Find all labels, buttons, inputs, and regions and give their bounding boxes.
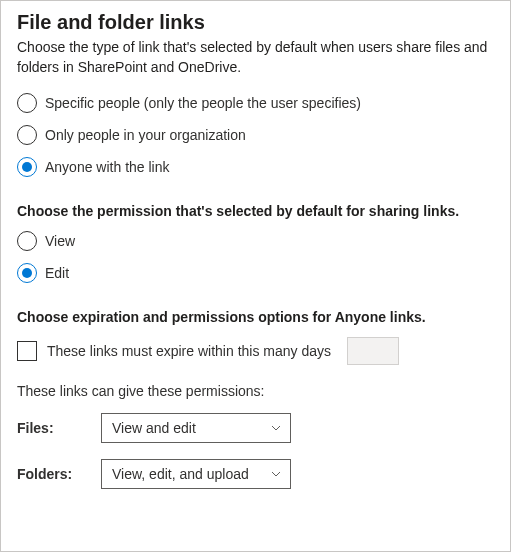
radio-icon	[17, 125, 37, 145]
expire-row: These links must expire within this many…	[17, 337, 494, 365]
radio-view[interactable]: View	[17, 231, 494, 251]
radio-anyone[interactable]: Anyone with the link	[17, 157, 494, 177]
link-type-radio-group: Specific people (only the people the use…	[17, 93, 494, 177]
permission-radio-group: View Edit	[17, 231, 494, 283]
files-dropdown-value: View and edit	[112, 420, 196, 436]
radio-icon	[17, 263, 37, 283]
radio-specific-people[interactable]: Specific people (only the people the use…	[17, 93, 494, 113]
expire-days-input[interactable]	[347, 337, 399, 365]
permissions-text: These links can give these permissions:	[17, 383, 494, 399]
folders-dropdown[interactable]: View, edit, and upload	[101, 459, 291, 489]
page-title: File and folder links	[17, 11, 494, 34]
radio-label: View	[45, 233, 75, 249]
expiration-heading: Choose expiration and permissions option…	[17, 309, 494, 325]
radio-label: Anyone with the link	[45, 159, 170, 175]
folders-row: Folders: View, edit, and upload	[17, 459, 494, 489]
files-dropdown[interactable]: View and edit	[101, 413, 291, 443]
radio-org-only[interactable]: Only people in your organization	[17, 125, 494, 145]
files-row: Files: View and edit	[17, 413, 494, 443]
file-folder-links-panel: File and folder links Choose the type of…	[0, 0, 511, 552]
radio-icon	[17, 93, 37, 113]
chevron-down-icon	[270, 468, 282, 480]
page-description: Choose the type of link that's selected …	[17, 38, 494, 77]
folders-dropdown-value: View, edit, and upload	[112, 466, 249, 482]
radio-label: Specific people (only the people the use…	[45, 95, 361, 111]
radio-edit[interactable]: Edit	[17, 263, 494, 283]
radio-icon	[17, 157, 37, 177]
expire-checkbox[interactable]	[17, 341, 37, 361]
files-label: Files:	[17, 420, 101, 436]
permission-heading: Choose the permission that's selected by…	[17, 203, 494, 219]
folders-label: Folders:	[17, 466, 101, 482]
expire-checkbox-label: These links must expire within this many…	[47, 343, 331, 359]
chevron-down-icon	[270, 422, 282, 434]
radio-icon	[17, 231, 37, 251]
radio-label: Edit	[45, 265, 69, 281]
radio-label: Only people in your organization	[45, 127, 246, 143]
